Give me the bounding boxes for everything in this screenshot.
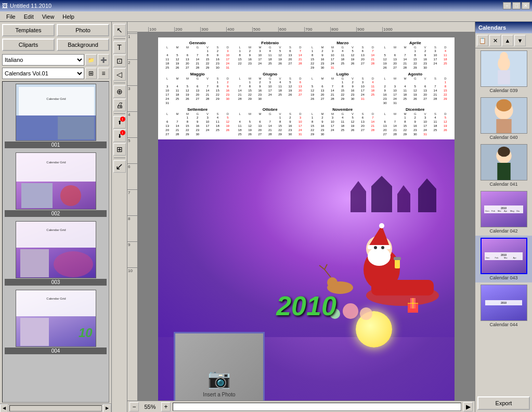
template-thumb-002[interactable]: Calendar Grid 002: [3, 150, 109, 219]
svg-marker-24: [418, 178, 436, 189]
svg-point-8: [60, 185, 81, 206]
right-thumb-img-043: 2010 GenFebMarApr: [481, 238, 527, 274]
right-panel: Calendars 📋 ✕ ▲ ▼ Calendar 039: [475, 22, 532, 412]
svg-line-41: [325, 264, 327, 269]
menu-file[interactable]: File: [2, 12, 20, 21]
svg-rect-4: [58, 117, 94, 139]
grid-view-icon[interactable]: ⊞: [85, 68, 97, 79]
scroll-right-arrow[interactable]: ▶: [463, 402, 473, 411]
zoom-tool[interactable]: ⊕: [113, 85, 126, 98]
cliparts-button[interactable]: Cliparts: [2, 38, 55, 51]
svg-point-12: [54, 251, 93, 277]
background-button[interactable]: Background: [57, 38, 109, 51]
month-giugno: Giugno LMMGVSD 123456 78910111213 141516…: [235, 72, 306, 105]
templates-button[interactable]: Templates: [2, 24, 55, 36]
svg-marker-18: [351, 181, 366, 191]
right-thumb-042[interactable]: 2010 GenFebMarAprMagGiu Calendar 042: [475, 189, 532, 236]
menubar: File Edit View Help: [0, 11, 532, 22]
month-agosto: Agosto LMMGVSD 1 2345678 9101112131415 1…: [380, 72, 451, 105]
menu-edit[interactable]: Edit: [20, 12, 38, 21]
ruler-h-content: 100 200 300 400 500 600 700 800 900 1000: [148, 27, 408, 32]
svg-point-38: [327, 277, 338, 288]
right-thumbnail-list: Calendar 039 Calendar 040: [475, 48, 532, 394]
right-panel-header: Calendars: [475, 22, 532, 33]
down-tool[interactable]: ⬇ !: [113, 130, 126, 142]
template-thumb-004[interactable]: Calendar Grid 10 004: [3, 288, 109, 356]
scroll-left-btn[interactable]: ◀: [0, 404, 8, 413]
print-tool[interactable]: 🖨: [113, 99, 126, 111]
month-luglio: Luglio LMMGVSD 1234 567891011 1213141516…: [307, 72, 378, 105]
menu-help[interactable]: Help: [58, 12, 79, 21]
right-thumb-img-040: [481, 97, 527, 134]
volume-select[interactable]: Calendars Vol.01: [2, 68, 84, 79]
template-thumb-003[interactable]: Calendar Grid 003: [3, 219, 109, 288]
svg-text:Calendar Grid: Calendar Grid: [46, 97, 66, 100]
crop-tool[interactable]: ⊡: [113, 55, 126, 67]
right-thumb-041[interactable]: Calendar 041: [475, 142, 532, 189]
right-thumb-043[interactable]: 2010 GenFebMarApr Calendar 043: [475, 236, 532, 282]
select-tool[interactable]: ↖: [113, 24, 126, 36]
canvas-area: 100 200 300 400 500 600 700 800 900 1000…: [127, 22, 475, 412]
svg-point-52: [500, 52, 508, 62]
window-title: Untitled 11.2010: [10, 3, 51, 9]
svg-rect-5: [16, 153, 96, 182]
svg-text:Calendar Grid: Calendar Grid: [46, 161, 66, 164]
month-aprile: Aprile LMMGVSD 1234 567891011 1213141516…: [380, 41, 451, 70]
calendar-grid-section: Gennaio LMMGVSD 123 45678910 11121314151…: [158, 37, 455, 139]
language-select[interactable]: Italiano English: [2, 54, 84, 66]
delete-tool-btn[interactable]: ✕: [489, 35, 501, 46]
up-tool[interactable]: ⬆ !: [113, 116, 126, 128]
canvas-bottom-bar: − 55% + ▶: [127, 401, 475, 412]
menu-view[interactable]: View: [38, 12, 59, 21]
svg-rect-55: [496, 119, 511, 133]
photo-insert-area[interactable]: 📷 Insert a Photo: [174, 332, 265, 401]
canvas-scroll[interactable]: Gennaio LMMGVSD 123 45678910 11121314151…: [138, 32, 475, 401]
list-view-icon[interactable]: ≡: [98, 68, 109, 79]
text-tool[interactable]: T: [113, 41, 126, 54]
right-thumb-img-044: 2010: [481, 285, 527, 321]
svg-line-39: [325, 269, 331, 277]
svg-point-32: [379, 223, 384, 228]
photo-insert-label: Insert a Photo: [203, 392, 235, 397]
folder-open-icon[interactable]: 📁: [85, 54, 97, 66]
arrow-tool[interactable]: ◁: [113, 68, 126, 81]
month-maggio: Maggio LMMGVSD 12 3456789 10111213141516…: [162, 72, 233, 105]
right-panel-title: Calendars: [478, 24, 506, 31]
photo-insert-camera-icon: 📷: [207, 368, 231, 390]
zoom-in-button[interactable]: +: [161, 402, 171, 411]
thumb-001-label: 001: [5, 141, 107, 148]
right-thumb-044[interactable]: 2010 Calendar 044: [475, 282, 532, 329]
photo-button[interactable]: Photo: [57, 24, 109, 36]
right-thumb-039[interactable]: Calendar 039: [475, 48, 532, 95]
calendar-design: Gennaio LMMGVSD 123 45678910 11121314151…: [158, 37, 455, 401]
move-up-tool-btn[interactable]: ▲: [502, 35, 513, 46]
export-button[interactable]: Export: [477, 396, 530, 410]
move-down-tool-btn[interactable]: ▼: [514, 35, 526, 46]
month-ottobre: Ottobre LMMGVSD 123 45678910 11121314151…: [235, 107, 306, 136]
zoom-out-button[interactable]: −: [129, 402, 139, 411]
svg-rect-2: [19, 87, 94, 115]
thumb-004-label: 004: [5, 347, 107, 354]
grid-tool[interactable]: ⊞: [113, 143, 126, 156]
tool-separator-4: [114, 158, 125, 158]
zoom-level: 55%: [141, 404, 159, 410]
svg-rect-9: [16, 222, 96, 248]
copy-tool-btn[interactable]: 📋: [477, 35, 488, 46]
template-thumb-001[interactable]: Calendar Grid 001: [3, 82, 109, 150]
scroll-right-btn[interactable]: ▶: [103, 404, 111, 413]
maximize-button[interactable]: □: [512, 2, 521, 9]
year-label: 2010: [276, 290, 336, 321]
close-button[interactable]: ✕: [522, 2, 530, 9]
month-novembre: Novembre LMMGVSD 1234567 891011121314 15…: [307, 107, 378, 136]
left-panel: Templates Photo Cliparts Background Ital…: [0, 22, 112, 412]
month-febbraio: Febbraio LMMGVSD 1234567 891011121314 15…: [235, 41, 306, 70]
month-settembre: Settembre LMMGVSD 12345 6789101112 13141…: [162, 107, 233, 136]
corner-tool[interactable]: ↙: [113, 160, 126, 173]
zoom-scrollbar[interactable]: [173, 403, 461, 411]
right-thumb-040[interactable]: Calendar 040: [475, 95, 532, 142]
right-thumb-img-041: [481, 144, 527, 181]
add-icon[interactable]: ➕: [98, 54, 109, 66]
svg-rect-36: [394, 257, 401, 260]
month-marzo: Marzo LMMGVSD 1234567 891011121314 15161…: [307, 41, 378, 70]
minimize-button[interactable]: −: [503, 2, 511, 9]
